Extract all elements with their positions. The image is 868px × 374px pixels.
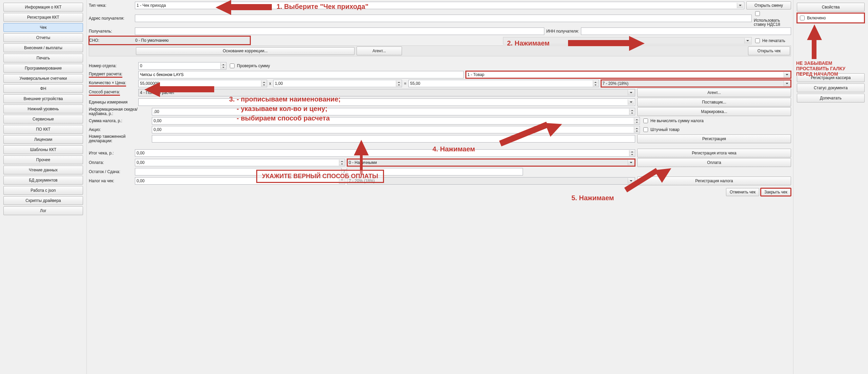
nav-item-json[interactable]: Работа с json xyxy=(3,186,83,195)
oplata-type-value: 0 - Наличными xyxy=(349,160,377,165)
annotation-remind: НЕ ЗАБЫВАЕМ ПРОСТАВИТЬ ГАЛКУ ПЕРЕД НАЧАЛ… xyxy=(796,60,857,77)
nav-item-licenses[interactable]: Лицензии xyxy=(3,135,83,144)
oplata-value: 0,00 xyxy=(137,160,144,165)
poluchatel-input[interactable] xyxy=(135,27,544,35)
oplata-spin[interactable]: 0,00 xyxy=(135,159,345,166)
nav-item-service[interactable]: Сервисные xyxy=(3,115,83,124)
summa-naloga-label: Сумма налога, р.: xyxy=(89,118,150,123)
summa-naloga-value: 0,00 xyxy=(154,118,161,123)
markirovka-button[interactable]: Маркировка... xyxy=(637,107,791,116)
predmet-input[interactable] xyxy=(138,71,464,78)
nav-item-payinout[interactable]: Внесения / выплаты xyxy=(3,43,83,52)
vat-combo[interactable]: 7 - 20% (18%) xyxy=(601,80,791,87)
nav-item-readdata[interactable]: Чтение данных xyxy=(3,166,83,174)
chevron-down-icon xyxy=(784,81,790,86)
qty-price-label: Количество × Цена: xyxy=(89,80,136,87)
ne-pechatat-label: Не печатать xyxy=(762,38,785,43)
sdacha-input[interactable] xyxy=(347,168,523,175)
nav-item-lowlevel[interactable]: Нижний уровень xyxy=(3,105,83,113)
nav-item-reports[interactable]: Отчеты xyxy=(3,33,83,42)
tip-cheka-combo[interactable]: 1 - Чек прихода xyxy=(135,2,744,9)
edinitsy-combo[interactable] xyxy=(138,98,635,106)
nav-item-scripts[interactable]: Скрипты драйвера xyxy=(3,196,83,205)
slash-label: / xyxy=(344,169,345,174)
osnovanie-button[interactable]: Основание коррекции... xyxy=(136,47,355,55)
cancel-check-button[interactable]: Отменить чек xyxy=(726,188,759,196)
nav-item-counters[interactable]: Универсальные счетчики xyxy=(3,74,83,83)
x-symbol: x xyxy=(269,81,271,86)
nav-item-po-kkt[interactable]: ПО ККТ xyxy=(3,125,83,134)
price-spin[interactable]: 1,00 xyxy=(273,80,402,87)
registratsiya-button[interactable]: Регистрация xyxy=(637,134,791,143)
nomer-otdela-spin[interactable]: 0 xyxy=(138,62,226,70)
qty-spin[interactable]: 55,000000 xyxy=(138,80,267,87)
nomer-otdela-value: 0 xyxy=(140,63,142,68)
itog-spin[interactable]: 0,00 xyxy=(135,149,635,157)
tamozh-label: Номер таможенной декларации: xyxy=(89,134,150,143)
total-spin[interactable]: 55,00 xyxy=(408,80,599,87)
nalog-type-value: 7 - 20% (18%) xyxy=(349,179,375,183)
reg-itog-button[interactable]: Регистрация итога чека xyxy=(637,149,791,157)
summa-naloga-spin[interactable]: 0,00 xyxy=(152,117,640,125)
reg-nalog-button[interactable]: Регистрация налога xyxy=(637,176,791,185)
open-check-button[interactable]: Открыть чек xyxy=(748,46,790,55)
nav-item-log[interactable]: Лог xyxy=(3,206,83,215)
nav-item-other[interactable]: Прочее xyxy=(3,155,83,164)
ne-pechatat-checkbox[interactable]: Не печатать xyxy=(754,37,791,44)
nalog-label: Налог на чек: xyxy=(89,179,133,183)
inn-input[interactable] xyxy=(581,27,791,35)
nalog-value: 0,00 xyxy=(137,179,144,183)
tip-cheka-value: 1 - Чек прихода xyxy=(137,3,166,8)
props-button[interactable]: Свойства xyxy=(797,3,865,12)
agent-item-button[interactable]: Агент... xyxy=(637,88,791,97)
info-skidka-spin[interactable]: ,00 xyxy=(152,108,635,115)
info-skidka-label: Информационная скидка/надбавка, р.: xyxy=(89,107,150,116)
total-value: 55,00 xyxy=(410,81,420,86)
akciz-spin[interactable]: 0,00 xyxy=(152,126,640,133)
dopechatat-button[interactable]: Допечатать xyxy=(797,94,865,102)
ostatok-input[interactable] xyxy=(135,168,342,175)
nds18-checkbox[interactable]: Использовать ставку НДС18 xyxy=(754,10,791,26)
sposob-label: Способ расчета: xyxy=(89,90,136,96)
chevron-down-icon xyxy=(784,72,790,77)
vat-value: 7 - 20% (18%) xyxy=(603,81,629,86)
predmet-type-combo[interactable]: 1 - Товар xyxy=(466,71,791,78)
vklyucheno-checkbox[interactable]: Включено xyxy=(797,13,865,23)
adres-input[interactable] xyxy=(135,15,752,22)
nalog-spin[interactable]: 0,00 xyxy=(135,177,345,185)
postavshchik-button[interactable]: Поставщик... xyxy=(637,98,791,107)
shtuchnyy-checkbox[interactable]: Штучный товар xyxy=(642,126,791,133)
nav-item-docdb[interactable]: БД документов xyxy=(3,176,83,185)
sposob-value: 4 - Полный расчет xyxy=(140,90,175,95)
proveryat-summu-checkbox[interactable]: Проверять сумму xyxy=(228,62,270,69)
itog-value: 0,00 xyxy=(137,151,144,155)
nav-item-templates[interactable]: Шаблоны ККТ xyxy=(3,145,83,154)
nav-item-external[interactable]: Внешние устройства xyxy=(3,94,83,103)
oplata-label: Оплата: xyxy=(89,160,133,165)
nav-item-info-kkt[interactable]: Информация о ККТ xyxy=(3,3,83,12)
tamozh-input[interactable] xyxy=(152,135,635,143)
nav-item-print[interactable]: Печать xyxy=(3,54,83,62)
chevron-down-icon xyxy=(628,178,634,184)
close-check-button[interactable]: Закрыть чек xyxy=(761,188,791,196)
inn-label: ИНН получателя: xyxy=(546,29,579,34)
oplata-type-combo[interactable]: 0 - Наличными xyxy=(347,159,635,166)
nav-item-reg-kkt[interactable]: Регистрация ККТ xyxy=(3,13,83,22)
sposob-combo[interactable]: 4 - Полный расчет xyxy=(138,89,635,96)
open-shift-button[interactable]: Открыть смену xyxy=(746,1,791,10)
nav-item-check[interactable]: Чек xyxy=(3,23,83,32)
main-panel: Тип чека: 1 - Чек прихода Открыть смену … xyxy=(87,0,793,374)
oplata-button[interactable]: Оплата xyxy=(637,158,791,167)
status-doc-button[interactable]: Статус документа xyxy=(797,83,865,92)
nav-item-fn[interactable]: ФН xyxy=(3,84,83,93)
akciz-label: Акциз: xyxy=(89,127,150,132)
nalog-type-combo[interactable]: 7 - 20% (18%) xyxy=(347,177,635,185)
predmet-type-value: 1 - Товар xyxy=(467,72,484,77)
nav-item-programming[interactable]: Программирование xyxy=(3,64,83,73)
nomer-otdela-label: Номер отдела: xyxy=(89,63,136,68)
ne-vychislyat-checkbox[interactable]: Не вычислять сумму налога xyxy=(642,117,791,124)
chevron-down-icon xyxy=(744,38,751,43)
chevron-down-icon xyxy=(628,160,634,165)
nds18-label: Использовать ставку НДС18 xyxy=(754,18,791,26)
agent-button[interactable]: Агент... xyxy=(357,46,402,55)
